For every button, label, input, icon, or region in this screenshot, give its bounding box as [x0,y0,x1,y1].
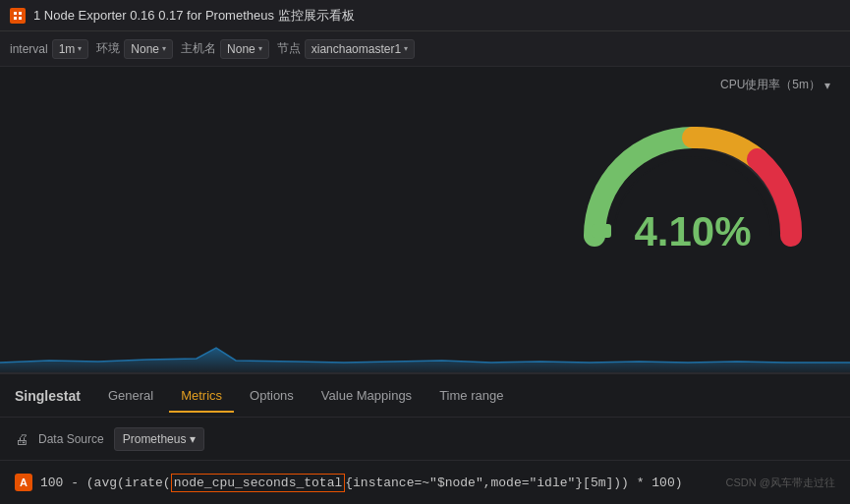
gauge-section: CPU使用率（5m） ▾ [555,77,830,293]
watermark: CSDN @风车带走过往 [726,476,835,490]
svg-rect-2 [14,17,17,20]
interval-label: interval [10,42,48,56]
env-label: 环境 [96,40,120,57]
filter-node: 节点 xianchaomaster1 ▾ [277,39,415,59]
datasource-bar: 🖨 Data Source Prometheus ▾ [0,418,850,461]
svg-rect-0 [14,12,17,15]
chevron-down-icon: ▾ [404,44,408,53]
visualization-area: CPU使用率（5m） ▾ [0,67,850,372]
tab-general[interactable]: General [96,380,165,413]
env-select[interactable]: None ▾ [124,39,173,59]
hostname-label: 主机名 [181,40,216,57]
svg-rect-3 [19,17,22,20]
interval-select[interactable]: 1m ▾ [52,39,89,59]
node-select[interactable]: xianchaomaster1 ▾ [305,39,415,59]
chevron-down-icon: ▾ [78,44,82,53]
query-prefix: 100 - (avg(irate( [40,476,171,490]
query-letter-badge: A [15,474,32,491]
gauge-value: 4.10% [634,208,751,255]
datasource-label: Data Source [38,432,104,446]
tab-options[interactable]: Options [238,380,306,413]
chevron-down-icon: ▾ [162,44,166,53]
tab-time-range[interactable]: Time range [427,380,515,413]
chevron-down-icon[interactable]: ▾ [824,79,830,92]
content-wrapper: CPU使用率（5m） ▾ [0,67,850,504]
panel-section: Singlestat General Metrics Options Value… [0,372,850,504]
print-icon: 🖨 [15,431,28,447]
hostname-select[interactable]: None ▾ [220,39,269,59]
query-suffix: {instance=~"$node",mode="idle"}[5m])) * … [345,476,682,490]
query-bar: A 100 - (avg(irate(node_cpu_seconds_tota… [0,461,850,504]
chevron-down-icon: ▾ [190,432,196,446]
query-highlight: node_cpu_seconds_total [171,474,346,492]
filter-interval: interval 1m ▾ [10,39,88,59]
app-icon [10,8,26,24]
page-title: 1 Node Exporter 0.16 0.17 for Prometheus… [33,7,355,25]
line-chart [0,294,850,372]
node-label: 节点 [277,40,301,57]
title-bar: 1 Node Exporter 0.16 0.17 for Prometheus… [0,0,850,31]
filter-bar: interval 1m ▾ 环境 None ▾ 主机名 None ▾ 节点 xi… [0,31,850,67]
tab-value-mappings[interactable]: Value Mappings [310,380,424,413]
gauge-title: CPU使用率（5m） ▾ [555,77,830,93]
gauge-container: 4.10% [565,98,821,275]
filter-env: 环境 None ▾ [96,39,173,59]
panel-name: Singlestat [15,388,81,404]
svg-rect-1 [19,12,22,15]
chevron-down-icon: ▾ [258,44,262,53]
datasource-select[interactable]: Prometheus ▾ [114,427,205,451]
tab-metrics[interactable]: Metrics [169,380,234,413]
svg-rect-4 [592,224,611,238]
filter-hostname: 主机名 None ▾ [181,39,269,59]
tab-bar: Singlestat General Metrics Options Value… [0,374,850,418]
query-expression[interactable]: 100 - (avg(irate(node_cpu_seconds_total{… [40,474,683,492]
